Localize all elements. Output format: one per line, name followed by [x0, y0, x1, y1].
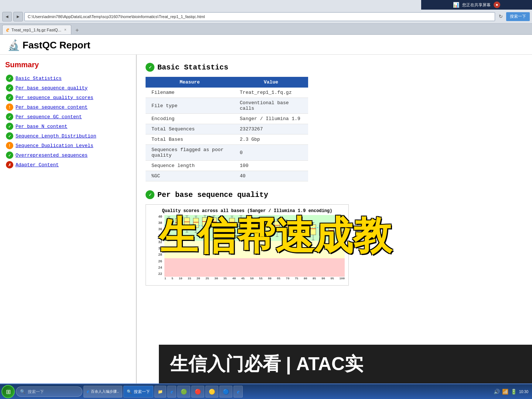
- back-button[interactable]: ◄: [2, 12, 12, 21]
- address-bar[interactable]: [24, 12, 495, 21]
- taskbar-folder[interactable]: 📁: [154, 386, 166, 398]
- table-cell-value: Sanger / Illumina 1.9: [234, 114, 308, 124]
- tray-icon-3[interactable]: 🔋: [511, 389, 517, 395]
- main-layout: Summary Basic Statistics Per base sequen…: [0, 55, 532, 387]
- table-cell-measure: Total Sequences: [146, 124, 234, 134]
- sidebar-item-adapter[interactable]: Adapter Content: [5, 160, 131, 170]
- taskbar-app-blue[interactable]: 🔵: [219, 386, 232, 398]
- sidebar-item-gc-content[interactable]: Per sequence GC content: [5, 112, 131, 122]
- per-base-quality-header: Per base sequence quality: [146, 190, 523, 199]
- taskbar-search-btn[interactable]: 🔍 搜索一下: [123, 386, 153, 398]
- summary-title: Summary: [5, 61, 131, 69]
- table-cell-value: 2.3 Gbp: [234, 134, 308, 145]
- taskbar: ⊞ 🔍 搜索一下 e 百余人入编步骤.. 🔍 搜索一下 📁 e 🟢 🔴 🟡 🔵 …: [0, 383, 532, 399]
- sidebar-item-basic-statistics[interactable]: Basic Statistics: [5, 74, 131, 83]
- status-icon-pass: [6, 123, 13, 130]
- taskbar-app-yellow[interactable]: 🟡: [205, 386, 218, 398]
- sidebar-item-n-content[interactable]: Per base N content: [5, 122, 131, 131]
- forward-button[interactable]: ►: [13, 12, 23, 21]
- status-icon-pass: [6, 94, 13, 101]
- active-tab[interactable]: e Treat_rep1_1.fq.gz FastQ... ×: [2, 25, 71, 34]
- sidebar-item-per-base-content[interactable]: Per base sequence content: [5, 102, 131, 112]
- tray-icon-1[interactable]: 🔊: [494, 389, 500, 395]
- new-tab-button[interactable]: +: [73, 26, 82, 34]
- status-icon-warn: [6, 103, 13, 111]
- search-btn-icon: 🔍: [127, 389, 132, 394]
- fastqc-logo-icon: 🔬: [7, 39, 20, 51]
- taskbar-search-text: 搜索一下: [28, 389, 44, 395]
- page-title: 🔬 FastQC Report: [7, 39, 525, 51]
- svg-rect-40: [220, 218, 226, 228]
- table-cell-value: 40: [234, 171, 308, 181]
- table-cell-value: 0: [234, 145, 308, 161]
- sharing-notification-bar: 📊 您正在共享屏幕 ■: [421, 0, 532, 10]
- sidebar-item-dup-levels[interactable]: Sequence Duplication Levels: [5, 141, 131, 150]
- table-cell-measure: File type: [146, 98, 234, 114]
- stop-sharing-btn[interactable]: ■: [494, 1, 500, 8]
- sidebar-link-per-seq-quality[interactable]: Per sequence quality scores: [16, 95, 93, 100]
- sidebar-link-adapter[interactable]: Adapter Content: [16, 162, 59, 168]
- svg-rect-76: [274, 221, 280, 232]
- sidebar: Summary Basic Statistics Per base sequen…: [0, 55, 137, 387]
- windows-logo-icon: ⊞: [6, 388, 11, 395]
- basic-statistics-header: Basic Statistics: [146, 63, 523, 72]
- sidebar-link-per-base-content[interactable]: Per base sequence content: [16, 105, 88, 110]
- sidebar-link-basic-statistics[interactable]: Basic Statistics: [16, 76, 62, 81]
- taskbar-app-red[interactable]: 🔴: [191, 386, 204, 398]
- table-cell-measure: Filename: [146, 88, 234, 98]
- sharing-text: 您正在共享屏幕: [462, 2, 491, 8]
- app-red-icon: 🔴: [195, 389, 201, 395]
- tray-icon-2[interactable]: 📶: [502, 389, 508, 395]
- svg-rect-100: [310, 225, 316, 235]
- sidebar-link-dup-levels[interactable]: Sequence Duplication Levels: [16, 143, 93, 149]
- folder-icon: 📁: [158, 389, 163, 394]
- status-icon-fail: [6, 161, 13, 168]
- app-yellow-icon: 🟡: [209, 389, 215, 395]
- taskbar-search-bar[interactable]: 🔍 搜索一下: [16, 386, 82, 397]
- system-clock: 10:30: [519, 390, 528, 394]
- sidebar-link-overrep[interactable]: Overrepresented sequences: [16, 153, 88, 158]
- content-area: 🔬 FastQC Report Summary Basic Statistics: [0, 35, 532, 399]
- table-cell-value: Treat_rep1_1.fq.gz: [234, 88, 308, 98]
- sidebar-item-per-seq-quality[interactable]: Per sequence quality scores: [5, 93, 131, 102]
- section-status-icon-quality: [146, 190, 154, 199]
- ie2-icon: e: [171, 389, 173, 395]
- taskbar-ie2[interactable]: e: [167, 386, 177, 398]
- svg-rect-4: [166, 219, 172, 229]
- mean-line: [164, 225, 345, 228]
- table-cell-value: 100: [234, 161, 308, 171]
- taskbar-ie-item[interactable]: e 百余人入编步骤..: [83, 386, 122, 398]
- table-cell-value: Conventional base calls: [234, 98, 308, 114]
- taskbar-app-green[interactable]: 🟢: [177, 386, 190, 398]
- svg-rect-52: [238, 218, 244, 227]
- taskbar-ie3[interactable]: e: [233, 386, 243, 398]
- status-icon-pass: [6, 75, 13, 82]
- svg-rect-94: [301, 224, 307, 234]
- search-btn-label: 搜索一下: [134, 389, 150, 395]
- app-green-icon: 🟢: [181, 389, 187, 395]
- search-button[interactable]: 搜索一下: [506, 12, 530, 21]
- sidebar-link-gc-content[interactable]: Per sequence GC content: [16, 114, 82, 120]
- table-cell-measure: %GC: [146, 171, 234, 181]
- svg-rect-22: [193, 218, 199, 228]
- page-title-text: FastQC Report: [23, 40, 90, 51]
- svg-rect-58: [247, 219, 253, 228]
- sidebar-link-seq-length[interactable]: Sequence Length Distribution: [16, 133, 96, 139]
- boxplot-svg: .box { fill: #ffff00; stroke: #333; stro…: [164, 215, 345, 277]
- sidebar-item-overrep[interactable]: Overrepresented sequences: [5, 150, 131, 160]
- refresh-button[interactable]: ↻: [497, 13, 505, 21]
- ie-tab-icon: e: [6, 26, 9, 34]
- quality-chart: Quality scores across all bases (Sanger …: [146, 204, 349, 286]
- tab-close-button[interactable]: ×: [64, 27, 67, 32]
- start-button[interactable]: ⊞: [1, 385, 15, 398]
- svg-rect-10: [175, 218, 181, 228]
- content-pane: Basic Statistics Measure Value FilenameT…: [137, 55, 532, 387]
- per-base-quality-title: Per base sequence quality: [157, 191, 268, 199]
- sidebar-item-seq-length[interactable]: Sequence Length Distribution: [5, 131, 131, 141]
- sidebar-item-per-base-quality[interactable]: Per base sequence quality: [5, 83, 131, 93]
- address-bar-row: ◄ ► ↻ 搜索一下: [0, 10, 532, 24]
- sidebar-link-n-content[interactable]: Per base N content: [16, 124, 67, 129]
- tab-label: Treat_rep1_1.fq.gz FastQ...: [11, 28, 61, 32]
- sidebar-link-per-base-quality[interactable]: Per base sequence quality: [16, 85, 88, 91]
- svg-rect-28: [202, 217, 208, 226]
